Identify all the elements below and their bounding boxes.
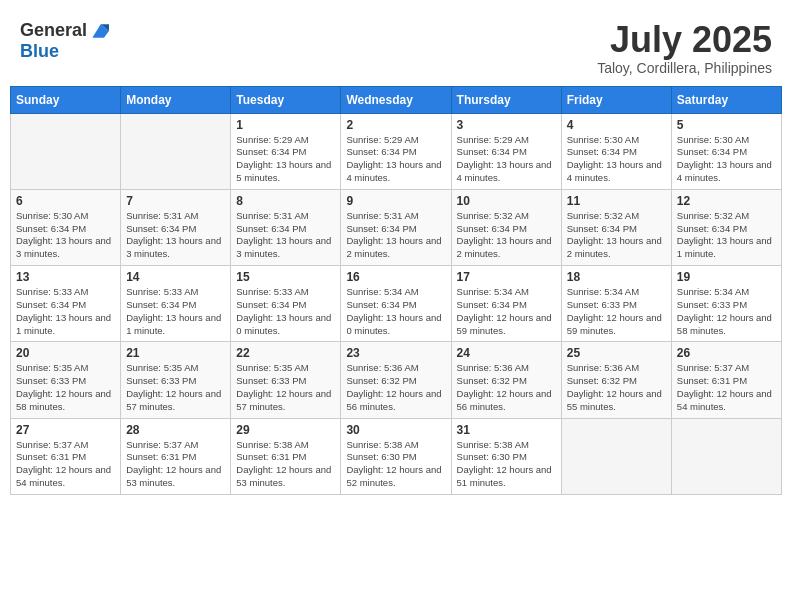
day-detail: Sunrise: 5:34 AMSunset: 6:33 PMDaylight:…: [677, 286, 776, 337]
calendar-week-row: 1Sunrise: 5:29 AMSunset: 6:34 PMDaylight…: [11, 113, 782, 189]
weekday-header-friday: Friday: [561, 86, 671, 113]
day-detail: Sunrise: 5:32 AMSunset: 6:34 PMDaylight:…: [457, 210, 556, 261]
day-number: 3: [457, 118, 556, 132]
day-number: 7: [126, 194, 225, 208]
calendar-cell: 20Sunrise: 5:35 AMSunset: 6:33 PMDayligh…: [11, 342, 121, 418]
day-number: 31: [457, 423, 556, 437]
calendar-cell: 8Sunrise: 5:31 AMSunset: 6:34 PMDaylight…: [231, 189, 341, 265]
day-detail: Sunrise: 5:37 AMSunset: 6:31 PMDaylight:…: [677, 362, 776, 413]
calendar-table: SundayMondayTuesdayWednesdayThursdayFrid…: [10, 86, 782, 495]
calendar-cell: 10Sunrise: 5:32 AMSunset: 6:34 PMDayligh…: [451, 189, 561, 265]
weekday-header-tuesday: Tuesday: [231, 86, 341, 113]
day-detail: Sunrise: 5:33 AMSunset: 6:34 PMDaylight:…: [16, 286, 115, 337]
logo-general-text: General: [20, 20, 87, 41]
day-detail: Sunrise: 5:32 AMSunset: 6:34 PMDaylight:…: [567, 210, 666, 261]
day-detail: Sunrise: 5:34 AMSunset: 6:33 PMDaylight:…: [567, 286, 666, 337]
day-number: 13: [16, 270, 115, 284]
day-detail: Sunrise: 5:29 AMSunset: 6:34 PMDaylight:…: [346, 134, 445, 185]
day-number: 18: [567, 270, 666, 284]
day-number: 27: [16, 423, 115, 437]
calendar-cell: 18Sunrise: 5:34 AMSunset: 6:33 PMDayligh…: [561, 266, 671, 342]
day-number: 9: [346, 194, 445, 208]
day-detail: Sunrise: 5:38 AMSunset: 6:30 PMDaylight:…: [457, 439, 556, 490]
day-number: 5: [677, 118, 776, 132]
day-number: 23: [346, 346, 445, 360]
day-number: 1: [236, 118, 335, 132]
day-detail: Sunrise: 5:36 AMSunset: 6:32 PMDaylight:…: [346, 362, 445, 413]
weekday-header-saturday: Saturday: [671, 86, 781, 113]
calendar-cell: 4Sunrise: 5:30 AMSunset: 6:34 PMDaylight…: [561, 113, 671, 189]
calendar-cell: 11Sunrise: 5:32 AMSunset: 6:34 PMDayligh…: [561, 189, 671, 265]
title-section: July 2025 Taloy, Cordillera, Philippines: [597, 20, 772, 76]
day-number: 28: [126, 423, 225, 437]
day-number: 29: [236, 423, 335, 437]
logo: General Blue: [20, 20, 109, 62]
day-detail: Sunrise: 5:29 AMSunset: 6:34 PMDaylight:…: [236, 134, 335, 185]
day-detail: Sunrise: 5:31 AMSunset: 6:34 PMDaylight:…: [126, 210, 225, 261]
day-number: 10: [457, 194, 556, 208]
calendar-cell: 28Sunrise: 5:37 AMSunset: 6:31 PMDayligh…: [121, 418, 231, 494]
location-subtitle: Taloy, Cordillera, Philippines: [597, 60, 772, 76]
calendar-cell: [121, 113, 231, 189]
day-number: 14: [126, 270, 225, 284]
calendar-cell: 19Sunrise: 5:34 AMSunset: 6:33 PMDayligh…: [671, 266, 781, 342]
calendar-cell: 29Sunrise: 5:38 AMSunset: 6:31 PMDayligh…: [231, 418, 341, 494]
day-number: 26: [677, 346, 776, 360]
day-number: 4: [567, 118, 666, 132]
weekday-header-sunday: Sunday: [11, 86, 121, 113]
day-number: 30: [346, 423, 445, 437]
day-detail: Sunrise: 5:35 AMSunset: 6:33 PMDaylight:…: [236, 362, 335, 413]
calendar-cell: 26Sunrise: 5:37 AMSunset: 6:31 PMDayligh…: [671, 342, 781, 418]
day-detail: Sunrise: 5:36 AMSunset: 6:32 PMDaylight:…: [567, 362, 666, 413]
calendar-week-row: 27Sunrise: 5:37 AMSunset: 6:31 PMDayligh…: [11, 418, 782, 494]
day-detail: Sunrise: 5:31 AMSunset: 6:34 PMDaylight:…: [236, 210, 335, 261]
calendar-cell: [671, 418, 781, 494]
weekday-header-row: SundayMondayTuesdayWednesdayThursdayFrid…: [11, 86, 782, 113]
day-detail: Sunrise: 5:38 AMSunset: 6:30 PMDaylight:…: [346, 439, 445, 490]
calendar-week-row: 20Sunrise: 5:35 AMSunset: 6:33 PMDayligh…: [11, 342, 782, 418]
day-number: 17: [457, 270, 556, 284]
day-detail: Sunrise: 5:37 AMSunset: 6:31 PMDaylight:…: [126, 439, 225, 490]
logo-icon: [89, 21, 109, 41]
day-detail: Sunrise: 5:31 AMSunset: 6:34 PMDaylight:…: [346, 210, 445, 261]
calendar-cell: 15Sunrise: 5:33 AMSunset: 6:34 PMDayligh…: [231, 266, 341, 342]
calendar-cell: 14Sunrise: 5:33 AMSunset: 6:34 PMDayligh…: [121, 266, 231, 342]
calendar-week-row: 6Sunrise: 5:30 AMSunset: 6:34 PMDaylight…: [11, 189, 782, 265]
day-detail: Sunrise: 5:36 AMSunset: 6:32 PMDaylight:…: [457, 362, 556, 413]
calendar-cell: 31Sunrise: 5:38 AMSunset: 6:30 PMDayligh…: [451, 418, 561, 494]
day-detail: Sunrise: 5:30 AMSunset: 6:34 PMDaylight:…: [16, 210, 115, 261]
weekday-header-wednesday: Wednesday: [341, 86, 451, 113]
calendar-cell: 1Sunrise: 5:29 AMSunset: 6:34 PMDaylight…: [231, 113, 341, 189]
calendar-cell: 5Sunrise: 5:30 AMSunset: 6:34 PMDaylight…: [671, 113, 781, 189]
day-number: 20: [16, 346, 115, 360]
day-detail: Sunrise: 5:35 AMSunset: 6:33 PMDaylight:…: [16, 362, 115, 413]
day-detail: Sunrise: 5:37 AMSunset: 6:31 PMDaylight:…: [16, 439, 115, 490]
logo-blue-text: Blue: [20, 41, 59, 62]
day-detail: Sunrise: 5:34 AMSunset: 6:34 PMDaylight:…: [457, 286, 556, 337]
day-number: 24: [457, 346, 556, 360]
calendar-cell: 6Sunrise: 5:30 AMSunset: 6:34 PMDaylight…: [11, 189, 121, 265]
day-number: 15: [236, 270, 335, 284]
day-number: 22: [236, 346, 335, 360]
month-year-title: July 2025: [597, 20, 772, 60]
day-detail: Sunrise: 5:30 AMSunset: 6:34 PMDaylight:…: [677, 134, 776, 185]
day-number: 25: [567, 346, 666, 360]
calendar-cell: 22Sunrise: 5:35 AMSunset: 6:33 PMDayligh…: [231, 342, 341, 418]
calendar-cell: 17Sunrise: 5:34 AMSunset: 6:34 PMDayligh…: [451, 266, 561, 342]
day-detail: Sunrise: 5:38 AMSunset: 6:31 PMDaylight:…: [236, 439, 335, 490]
calendar-cell: 30Sunrise: 5:38 AMSunset: 6:30 PMDayligh…: [341, 418, 451, 494]
day-detail: Sunrise: 5:33 AMSunset: 6:34 PMDaylight:…: [236, 286, 335, 337]
calendar-cell: 25Sunrise: 5:36 AMSunset: 6:32 PMDayligh…: [561, 342, 671, 418]
calendar-cell: 9Sunrise: 5:31 AMSunset: 6:34 PMDaylight…: [341, 189, 451, 265]
weekday-header-monday: Monday: [121, 86, 231, 113]
calendar-cell: 16Sunrise: 5:34 AMSunset: 6:34 PMDayligh…: [341, 266, 451, 342]
day-number: 8: [236, 194, 335, 208]
calendar-cell: 24Sunrise: 5:36 AMSunset: 6:32 PMDayligh…: [451, 342, 561, 418]
calendar-cell: 12Sunrise: 5:32 AMSunset: 6:34 PMDayligh…: [671, 189, 781, 265]
calendar-cell: [561, 418, 671, 494]
calendar-cell: 21Sunrise: 5:35 AMSunset: 6:33 PMDayligh…: [121, 342, 231, 418]
day-detail: Sunrise: 5:32 AMSunset: 6:34 PMDaylight:…: [677, 210, 776, 261]
day-number: 19: [677, 270, 776, 284]
calendar-cell: 2Sunrise: 5:29 AMSunset: 6:34 PMDaylight…: [341, 113, 451, 189]
weekday-header-thursday: Thursday: [451, 86, 561, 113]
